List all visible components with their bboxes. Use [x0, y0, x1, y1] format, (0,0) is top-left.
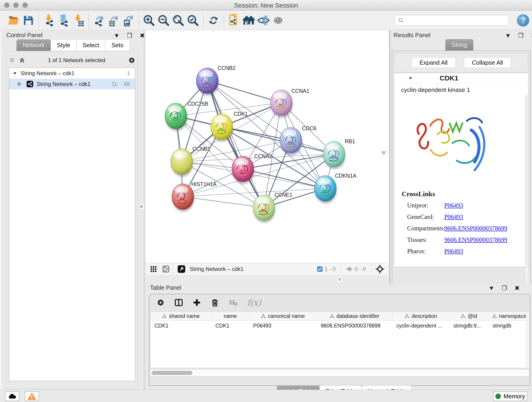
tab-network[interactable]: Network	[17, 39, 51, 51]
export-network-button[interactable]	[92, 13, 106, 28]
table-cell[interactable]: cyclin-dependent ...	[393, 321, 450, 331]
table-options-gear-icon[interactable]	[156, 298, 165, 307]
crosslink-link[interactable]: P06493	[444, 213, 463, 220]
results-scrollbar[interactable]	[525, 95, 528, 289]
tab-style[interactable]: Style	[51, 39, 76, 51]
export-image-button[interactable]	[121, 13, 136, 28]
table-cell[interactable]: 9606.ENSP00000378699	[317, 321, 393, 331]
network-options-gear-icon[interactable]	[128, 56, 136, 64]
table-cell[interactable]: CDK1	[151, 321, 211, 331]
crosslink-link[interactable]: 9606.ENSP00000378699	[444, 225, 507, 232]
network-collection-row[interactable]: String Network – cdk1 1	[9, 68, 135, 79]
zoom-fit-button[interactable]	[171, 13, 186, 28]
network-node-CDK1[interactable]: CDK1	[211, 111, 248, 142]
import-network-file-button[interactable]	[42, 13, 56, 28]
expand-all-button[interactable]: Expand All	[412, 57, 456, 68]
network-edge[interactable]	[183, 197, 264, 208]
network-node-CCNB1[interactable]: CCNB1	[171, 146, 210, 177]
right-splitter-handle[interactable]	[381, 150, 386, 155]
import-network-database-button[interactable]	[56, 13, 71, 28]
tab-sets[interactable]: Sets	[105, 39, 129, 51]
column-header--id[interactable]: @id	[450, 312, 489, 320]
network-node-CCNA1[interactable]: CCNA1	[270, 88, 309, 118]
column-header-namespace[interactable]: namespace	[489, 312, 529, 320]
open-session-button[interactable]	[6, 13, 21, 28]
table-cell[interactable]: P06493	[249, 321, 317, 331]
search-field[interactable]	[395, 15, 508, 26]
scrollbar-thumb[interactable]	[152, 371, 192, 375]
entry-disclosure-triangle-icon[interactable]	[408, 76, 413, 81]
zoom-out-button[interactable]	[156, 13, 171, 28]
column-header-database-identifier[interactable]: database identifier	[317, 312, 393, 320]
warnings-button[interactable]	[25, 391, 39, 401]
control-panel-maximize-button[interactable]: ❒	[126, 32, 133, 39]
cloud-status-button[interactable]	[5, 391, 19, 401]
table-cell[interactable]: CDK1	[211, 321, 249, 331]
table-cell[interactable]: stringdb:9...	[450, 321, 489, 331]
table-panel-float-button[interactable]: ▼	[488, 285, 495, 292]
network-node-RB1[interactable]: RB1	[323, 138, 355, 169]
selected-checkbox-icon[interactable]	[317, 266, 323, 272]
export-table-button[interactable]	[106, 13, 121, 28]
results-panel-close-button[interactable]: ✖	[530, 32, 532, 39]
show-all-button[interactable]	[271, 13, 285, 28]
search-input[interactable]	[404, 16, 508, 25]
results-panel-float-button[interactable]: ▼	[505, 32, 511, 39]
detach-view-icon[interactable]	[177, 265, 186, 273]
clone-network-button[interactable]	[227, 13, 241, 28]
disclosure-triangle-icon[interactable]	[12, 71, 17, 76]
network-node-HIST1H1A[interactable]: HIST1H1A	[172, 181, 217, 211]
refresh-view-button[interactable]	[206, 13, 221, 28]
tab-select[interactable]: Select	[76, 39, 105, 51]
expand-all-chevron-icon[interactable]	[19, 57, 25, 64]
memory-button[interactable]: Memory	[493, 391, 527, 401]
save-session-button[interactable]	[21, 13, 36, 28]
network-node-CDKN1A[interactable]: CDKN1A	[314, 173, 356, 203]
table-panel-close-button[interactable]: ✖	[514, 285, 520, 292]
table-vertical-scrollbar[interactable]	[526, 312, 529, 368]
control-panel-float-button[interactable]: ▼	[113, 32, 120, 39]
zoom-selected-button[interactable]	[186, 13, 200, 28]
delete-column-icon[interactable]	[210, 298, 220, 307]
column-header-shared-name[interactable]: shared name	[151, 312, 211, 320]
table-horizontal-scrollbar[interactable]	[150, 370, 529, 376]
birdseye-navigator-icon[interactable]	[375, 265, 384, 274]
column-header-name[interactable]: name	[211, 312, 249, 320]
table-panel-maximize-button[interactable]: ❒	[501, 285, 508, 292]
network-node-CCNE1[interactable]: CCNE1	[253, 192, 292, 223]
collapse-all-button[interactable]: Collapse All	[464, 57, 511, 68]
network-node-CCNB2[interactable]: CCNB2	[196, 65, 235, 96]
hidden-eye-slash-icon[interactable]	[346, 265, 353, 273]
crosslink-link[interactable]: P06493	[444, 248, 463, 255]
left-splitter-handle[interactable]	[138, 204, 144, 210]
share-view-icon[interactable]	[162, 265, 170, 273]
network-edge[interactable]	[207, 81, 264, 208]
column-header-description[interactable]: description	[393, 312, 450, 320]
column-header-canonical-name[interactable]: canonical name	[249, 312, 317, 320]
network-edge[interactable]	[243, 169, 325, 188]
crosslink-link[interactable]: P06493	[444, 202, 463, 209]
add-column-icon[interactable]	[192, 298, 201, 307]
network-row[interactable]: String Network – cdk1 11 48	[9, 79, 135, 89]
left-splitter[interactable]	[144, 30, 145, 390]
tab-string[interactable]: String	[445, 39, 473, 51]
table-row[interactable]: CDK1CDK1P064939606.ENSP00000378699cyclin…	[151, 321, 529, 331]
collapse-all-chevron-icon[interactable]	[8, 57, 15, 64]
network-edge[interactable]	[207, 81, 281, 103]
results-panel-maximize-button[interactable]: ❒	[517, 32, 524, 39]
protein-entry-header[interactable]: CDK1	[394, 73, 528, 83]
grid-view-icon[interactable]	[150, 266, 157, 273]
network-graph[interactable]: CCNB2CCNA1CDC25BCDK1CDC6RB1CCNB1CCNA2CDK…	[146, 30, 389, 263]
horizontal-splitter-handle[interactable]	[337, 277, 342, 282]
crosslink-link[interactable]: 9606.ENSP00000378699	[444, 236, 507, 243]
table-cell[interactable]: stringdb	[489, 321, 529, 331]
network-node-CDC25B[interactable]: CDC25B	[165, 101, 208, 131]
hide-selected-button[interactable]	[256, 13, 271, 28]
zoom-in-button[interactable]	[142, 13, 156, 28]
help-button[interactable]: ?	[517, 14, 529, 27]
network-node-CDC6[interactable]: CDC6	[280, 125, 317, 155]
import-table-file-button[interactable]	[71, 13, 86, 28]
network-canvas[interactable]: CCNB2CCNA1CDC25BCDK1CDC6RB1CCNB1CCNA2CDK…	[146, 30, 389, 263]
show-columns-icon[interactable]	[174, 298, 183, 307]
home-layout-button[interactable]	[241, 13, 256, 28]
